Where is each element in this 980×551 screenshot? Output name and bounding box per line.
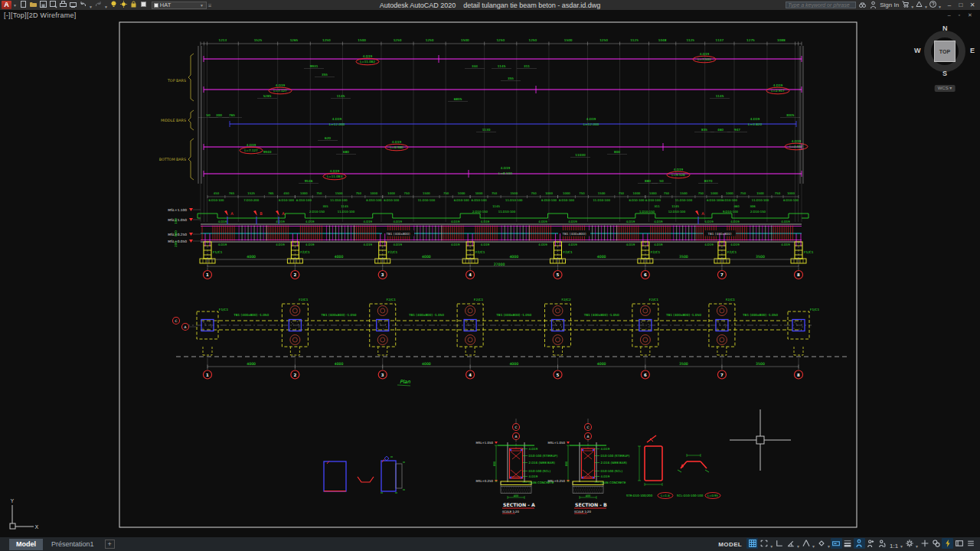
svg-text:L=12.000: L=12.000 <box>583 122 599 126</box>
layer-swatch-icon[interactable] <box>139 0 149 9</box>
svg-text:B: B <box>260 211 263 216</box>
performance-icon[interactable] <box>942 538 953 549</box>
svg-text:1000: 1000 <box>458 191 466 195</box>
svg-text:750: 750 <box>316 191 322 195</box>
undo-icon[interactable] <box>78 0 88 9</box>
dynamic-input-icon[interactable] <box>831 538 842 549</box>
drawing-window-buttons[interactable]: – ▫ ✕ <box>948 12 975 18</box>
undo-caret-icon[interactable]: ▼ <box>89 5 93 9</box>
layout-tabs: Model Présentation1 + <box>9 537 115 551</box>
svg-text:4.D19: 4.D19 <box>363 54 373 58</box>
svg-text:L=0.95: L=0.95 <box>707 494 718 497</box>
grid-icon[interactable] <box>746 538 758 549</box>
redo-icon[interactable] <box>93 0 103 9</box>
qat-customize-icon[interactable]: ☱ <box>208 3 211 8</box>
annotation-scale-button[interactable]: 1:1 <box>888 540 900 551</box>
polar-icon[interactable] <box>785 538 796 549</box>
svg-text:680: 680 <box>343 150 349 154</box>
workspace-icon[interactable] <box>903 538 915 549</box>
ortho-icon[interactable] <box>773 538 785 549</box>
viewcube-top-face[interactable]: TOP <box>934 41 956 62</box>
svg-text:450: 450 <box>214 191 220 195</box>
lineweight-icon[interactable] <box>842 538 854 549</box>
tab-presentation1[interactable]: Présentation1 <box>44 539 101 550</box>
svg-text:4000: 4000 <box>247 362 256 366</box>
viewcube-west[interactable]: W <box>914 47 921 54</box>
svg-text:6805: 6805 <box>454 97 462 101</box>
layer-dropdown[interactable]: HAT ▼ <box>152 2 207 9</box>
autocad-logo-button[interactable]: A <box>2 1 11 9</box>
svg-text:1137: 1137 <box>715 38 724 42</box>
sun-icon[interactable] <box>119 0 129 9</box>
svg-text:4.D19: 4.D19 <box>276 243 285 246</box>
help-caret-icon: ▼ <box>938 5 942 9</box>
svg-text:F2/C1: F2/C1 <box>726 298 735 302</box>
app-store-icon[interactable] <box>915 0 923 8</box>
svg-text:11.D10-100: 11.D10-100 <box>498 210 516 214</box>
search-icon[interactable] <box>858 1 867 9</box>
cad-drawing-canvas[interactable]: 1213152512651250150012501250150012501250… <box>0 0 980 551</box>
svg-text:A: A <box>184 325 186 329</box>
elevation-view: 1213152512651250150012501250150012501250… <box>159 38 814 279</box>
viewport-controls[interactable]: [-][Top][2D Wireframe] <box>4 11 77 19</box>
open-file-icon[interactable] <box>28 0 38 9</box>
annotation-visibility-icon[interactable] <box>854 538 865 549</box>
osnap-icon[interactable] <box>815 538 827 549</box>
svg-text:8370: 8370 <box>704 179 713 183</box>
model-space-button[interactable]: MODEL <box>714 541 746 548</box>
isodraft-icon[interactable] <box>800 538 812 549</box>
isolate-icon[interactable] <box>930 538 942 549</box>
new-file-icon[interactable] <box>18 0 28 9</box>
annotation-people-icon[interactable] <box>877 538 888 549</box>
viewcube[interactable]: N S W E TOP WCS ▾ <box>917 23 972 93</box>
svg-text:STR-D10-100/200: STR-D10-100/200 <box>626 494 653 497</box>
menu-icon[interactable] <box>965 538 976 549</box>
viewcube-north[interactable]: N <box>942 24 948 32</box>
wcs-dropdown[interactable]: WCS ▾ <box>935 85 956 92</box>
statusbar: Model Présentation1 + MODEL ▼▼▼▼1:1▼▼ <box>0 537 980 551</box>
customization-icon[interactable] <box>919 538 930 549</box>
app-title: Autodesk AutoCAD 2020 <box>380 2 456 9</box>
autoscale-icon[interactable] <box>865 538 877 549</box>
minimize-button[interactable]: – <box>945 2 954 8</box>
save-icon[interactable] <box>38 0 48 9</box>
svg-text:50: 50 <box>659 179 664 183</box>
search-input[interactable] <box>786 2 856 8</box>
sections-view: CA4.D19D10-100 (STIRRUP)2.D16 (WEB BAR)D… <box>476 419 630 514</box>
cart-icon[interactable] <box>901 0 910 8</box>
svg-text:11030: 11030 <box>575 153 586 157</box>
svg-text:1125: 1125 <box>686 38 694 42</box>
user-icon[interactable] <box>869 1 877 9</box>
svg-text:4000: 4000 <box>509 255 518 259</box>
svg-text:9940: 9940 <box>263 150 272 154</box>
svg-text:344: 344 <box>472 64 478 68</box>
svg-text:1000: 1000 <box>300 191 308 195</box>
maximize-button[interactable]: □ <box>956 2 965 8</box>
svg-text:4.D19: 4.D19 <box>364 220 373 223</box>
tab-model[interactable]: Model <box>9 539 43 550</box>
svg-text:1088: 1088 <box>777 38 786 42</box>
sign-in-button[interactable]: Sign In <box>880 2 899 8</box>
close-button[interactable]: ✕ <box>968 2 977 8</box>
logo-caret-icon[interactable]: ▼ <box>13 3 17 8</box>
print-icon[interactable] <box>68 0 78 9</box>
bulb-icon[interactable] <box>109 0 119 9</box>
save-as-icon[interactable] <box>48 0 58 9</box>
svg-text:1250: 1250 <box>394 38 402 42</box>
viewcube-south[interactable]: S <box>942 70 947 77</box>
svg-text:4000: 4000 <box>597 362 606 366</box>
svg-text:4.D19: 4.D19 <box>654 220 663 223</box>
viewcube-east[interactable]: E <box>970 47 975 54</box>
svg-text:4000: 4000 <box>335 362 344 366</box>
help-icon[interactable] <box>929 0 937 8</box>
svg-text:1000: 1000 <box>787 191 795 195</box>
svg-text:1130: 1130 <box>482 128 491 132</box>
redo-caret-icon[interactable]: ▼ <box>104 5 108 9</box>
clean-screen-icon[interactable] <box>953 538 965 549</box>
svg-text:1145: 1145 <box>498 64 506 68</box>
svg-text:4.D19: 4.D19 <box>568 243 577 246</box>
new-layout-button[interactable]: + <box>105 540 115 549</box>
snap-icon[interactable] <box>758 538 769 549</box>
plot-icon[interactable] <box>58 0 68 9</box>
lock-icon[interactable] <box>129 0 139 9</box>
